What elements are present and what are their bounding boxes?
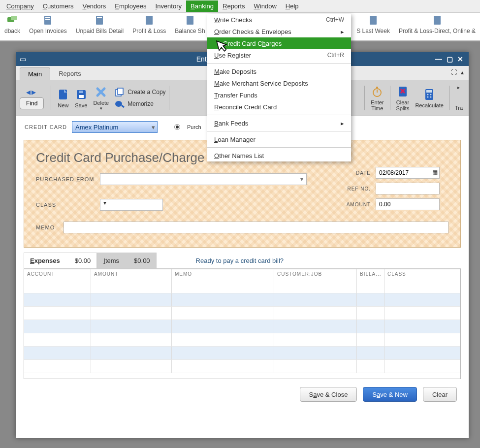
- menu-other-names[interactable]: Other Names List: [207, 150, 351, 161]
- shortcut-label: dback: [4, 28, 20, 34]
- col-billable[interactable]: BILLA...: [357, 269, 384, 280]
- menu-reports[interactable]: Reports: [218, 0, 250, 12]
- memorize-icon: [115, 99, 125, 108]
- date-label: DATE: [356, 170, 371, 176]
- memorize-button[interactable]: Memorize: [115, 99, 165, 108]
- clear-button[interactable]: Clear: [423, 387, 457, 402]
- chat-icon: [7, 15, 18, 26]
- amount-input[interactable]: [376, 198, 440, 210]
- col-amount[interactable]: AMOUNT: [91, 269, 172, 280]
- shortcut-feedback[interactable]: dback: [0, 15, 25, 34]
- menu-vendors[interactable]: Vendors: [78, 0, 111, 12]
- cc-select[interactable]: Amex Platinum ▾: [72, 121, 158, 133]
- date-input[interactable]: [376, 167, 440, 179]
- table-header: ACCOUNT AMOUNT MEMO CUSTOMER:JOB BILLA..…: [24, 269, 460, 280]
- svg-point-28: [430, 96, 432, 97]
- clear-splits-button[interactable]: Clear Splits: [396, 85, 410, 111]
- col-customer[interactable]: CUSTOMER:JOB: [274, 269, 357, 280]
- copy-icon: [115, 88, 125, 96]
- cc-label: CREDIT CARD: [25, 124, 67, 130]
- svg-rect-17: [118, 88, 123, 95]
- col-account[interactable]: ACCOUNT: [24, 269, 91, 280]
- menu-use-register[interactable]: Use RegisterCtrl+R: [207, 49, 351, 61]
- save-new-button[interactable]: Save & New: [363, 387, 417, 402]
- menu-customers[interactable]: Customers: [38, 0, 78, 12]
- overflow-arrow-icon[interactable]: ▸: [457, 85, 460, 90]
- menu-employees[interactable]: Employees: [110, 0, 151, 12]
- shortcut-balance[interactable]: Balance Sh: [170, 15, 209, 34]
- menu-order-checks[interactable]: Order Checks & Envelopes▸: [207, 26, 351, 37]
- amount-label: AMOUNT: [347, 202, 371, 207]
- chevron-up-icon[interactable]: ▴: [461, 69, 464, 76]
- shortcut-label: S Last Week: [356, 28, 390, 34]
- menu-transfer-funds[interactable]: Transfer Funds: [207, 89, 351, 101]
- recalculate-button[interactable]: Recalculate: [415, 88, 443, 108]
- menu-merchant-deposits[interactable]: Make Merchant Service Deposits: [207, 77, 351, 89]
- document-icon: [144, 15, 155, 26]
- menu-inventory[interactable]: Inventory: [151, 0, 187, 12]
- tab-expenses[interactable]: Expenses $0.00: [24, 253, 97, 268]
- menu-enter-cc-charges[interactable]: Credit Card Charges: [207, 37, 351, 49]
- svg-rect-4: [45, 19, 50, 20]
- expand-icon[interactable]: ⛶: [451, 69, 457, 76]
- chevron-down-icon: ▾: [152, 124, 155, 131]
- table-body[interactable]: [24, 280, 460, 379]
- delete-icon: [95, 85, 107, 99]
- col-memo[interactable]: MEMO: [172, 269, 274, 280]
- svg-rect-15: [79, 91, 83, 93]
- purchase-radio[interactable]: [174, 124, 180, 130]
- purchased-from-select[interactable]: ▾: [100, 173, 307, 185]
- tab-main[interactable]: Main: [20, 67, 50, 80]
- col-class[interactable]: CLASS: [384, 269, 460, 280]
- close-button[interactable]: ✕: [456, 55, 465, 63]
- enter-time-button[interactable]: Enter Time: [371, 85, 384, 111]
- shortcut-last-week[interactable]: S Last Week: [352, 15, 394, 34]
- menu-company[interactable]: Company: [2, 0, 38, 12]
- shortcut-profit-loss[interactable]: Profit & Loss: [128, 15, 170, 34]
- prev-arrow-icon[interactable]: ◂: [26, 87, 31, 97]
- memo-label: MEMO: [36, 224, 64, 230]
- shortcut-open-invoices[interactable]: Open Invoices: [25, 15, 71, 34]
- save-button[interactable]: Save: [75, 88, 87, 108]
- menu-window[interactable]: Window: [250, 0, 281, 12]
- chevron-down-icon: ▾: [300, 176, 303, 183]
- window-menu-icon[interactable]: ▭: [20, 55, 26, 63]
- menu-write-checks[interactable]: Write ChecksCtrl+W: [207, 14, 351, 26]
- calendar-icon[interactable]: ▦: [432, 169, 438, 176]
- memo-input[interactable]: [64, 222, 448, 233]
- menu-bar: Company Customers Vendors Employees Inve…: [0, 0, 480, 13]
- next-arrow-icon[interactable]: ▸: [32, 87, 36, 97]
- menu-reconcile-cc[interactable]: Reconcile Credit Card: [207, 101, 351, 113]
- save-icon: [75, 88, 87, 101]
- find-button[interactable]: Find: [20, 97, 44, 109]
- create-copy-button[interactable]: Create a Copy: [115, 88, 165, 96]
- svg-rect-1: [11, 16, 17, 20]
- shortcut-label: Open Invoices: [29, 28, 67, 34]
- ref-input[interactable]: [376, 183, 440, 194]
- svg-point-27: [427, 96, 429, 97]
- svg-rect-20: [376, 87, 378, 88]
- delete-button[interactable]: Delete ▾: [93, 85, 109, 111]
- bottom-buttons: Save & Close Save & New Clear: [16, 379, 469, 410]
- save-close-button[interactable]: Save & Close: [300, 387, 357, 402]
- tab-items[interactable]: Items $0.00: [97, 253, 156, 268]
- svg-rect-12: [59, 90, 67, 99]
- menu-loan-manager[interactable]: Loan Manager: [207, 133, 351, 145]
- maximize-button[interactable]: ▢: [445, 55, 454, 63]
- menu-banking[interactable]: Banking: [186, 0, 218, 12]
- shortcut-pl-direct[interactable]: Profit & Loss-Direct, Online &: [394, 15, 480, 34]
- menu-make-deposits[interactable]: Make Deposits: [207, 65, 351, 77]
- menu-help[interactable]: Help: [281, 0, 303, 12]
- minimize-button[interactable]: —: [434, 55, 443, 63]
- document-icon: [432, 15, 443, 26]
- menu-bank-feeds[interactable]: Bank Feeds▸: [207, 117, 351, 129]
- shortcut-label: Balance Sh: [175, 28, 205, 34]
- class-select[interactable]: ▾: [100, 199, 163, 211]
- svg-rect-7: [146, 16, 153, 25]
- tab-reports[interactable]: Reports: [50, 67, 90, 80]
- chevron-down-icon[interactable]: ▾: [100, 106, 102, 111]
- ready-link[interactable]: Ready to pay a credit card bill?: [196, 257, 284, 264]
- shortcut-unpaid-bills[interactable]: Unpaid Bills Detail: [71, 15, 128, 34]
- stopwatch-icon: [371, 85, 383, 98]
- new-button[interactable]: New: [57, 88, 69, 108]
